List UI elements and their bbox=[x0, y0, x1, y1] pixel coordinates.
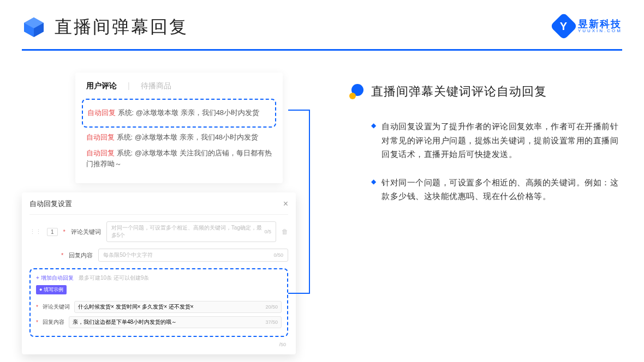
content-input[interactable]: 每条限50个中文字符 0/50 bbox=[98, 249, 288, 262]
diamond-icon: ◆ bbox=[371, 122, 376, 161]
add-auto-reply-link[interactable]: + 增加自动回复 bbox=[36, 275, 74, 281]
logo-en: YUUXIN.COM bbox=[578, 29, 622, 33]
comment-text: 系统: @冰墩墩本墩 亲亲，我们48小时内发货 bbox=[116, 108, 259, 117]
add-hint: 最多可建10条 还可以创建9条 bbox=[79, 275, 149, 281]
keyword-label: 评论关键词 bbox=[71, 228, 101, 236]
bubble-icon bbox=[349, 84, 365, 99]
auto-reply-settings-card: 自动回复设置 × ⋮⋮ 1 * 评论关键词 对同一个问题，可设置多个相近、高频的… bbox=[22, 192, 296, 354]
example-content-input[interactable]: 亲，我们这边都是下单48小时内发货的哦～ 37/50 bbox=[69, 316, 282, 328]
bullet-2-text: 针对同一个问题，可设置多个相近的、高频的关键词。例如：这款多少钱、这块能优惠吗、… bbox=[381, 176, 622, 203]
content-label: 回复内容 bbox=[69, 251, 93, 260]
example-keyword-input[interactable]: 什么时候发货× 发货时间× 多久发货× 还不发货× 20/50 bbox=[74, 301, 282, 313]
ex-content-text: 亲，我们这边都是下单48小时内发货的哦～ bbox=[73, 318, 177, 326]
logo-icon: Y bbox=[550, 13, 577, 40]
keyword-counter: 0/5 bbox=[264, 229, 271, 234]
right-heading: 直播间弹幕关键词评论自动回复 bbox=[349, 83, 622, 100]
auto-reply-tag: 自动回复 bbox=[87, 108, 116, 117]
ex-keyword-tags: 什么时候发货× 发货时间× 多久发货× 还不发货× bbox=[78, 303, 194, 311]
right-description: 直播间弹幕关键词评论自动回复 ◆ 自动回复设置为了提升作者的评论回复效率，作者可… bbox=[349, 73, 622, 218]
page-title: 直播间弹幕回复 bbox=[55, 15, 188, 39]
keyword-input[interactable]: 对同一个问题，可设置多个相近、高频的关键词，Tag确定，最多5个 0/5 bbox=[106, 221, 276, 242]
auto-reply-tag: 自动回复 bbox=[86, 133, 115, 141]
settings-title: 自动回复设置 bbox=[29, 199, 72, 209]
tab-divider: | bbox=[128, 81, 130, 91]
tab-pending-goods[interactable]: 待播商品 bbox=[141, 81, 171, 91]
right-heading-text: 直播间弹幕关键词评论自动回复 bbox=[371, 83, 547, 100]
logo-cn: 昱新科技 bbox=[578, 19, 622, 29]
drag-icon[interactable]: ⋮⋮ bbox=[29, 228, 41, 236]
example-keyword-row: * 评论关键词 什么时候发货× 发货时间× 多久发货× 还不发货× 20/50 bbox=[36, 301, 282, 313]
left-screenshots: 用户评论 | 待播商品 自动回复 系统: @冰墩墩本墩 亲亲，我们48小时内发货… bbox=[22, 73, 327, 218]
bullet-1-text: 自动回复设置为了提升作者的评论回复效率，作者可在开播前针对常见的评论用户问题，提… bbox=[381, 119, 622, 161]
required-icon: * bbox=[36, 319, 38, 325]
content-counter: 0/50 bbox=[273, 252, 283, 258]
ex-content-label: 回复内容 bbox=[43, 318, 64, 326]
settings-row-content: * 回复内容 每条限50个中文字符 0/50 bbox=[29, 249, 288, 262]
close-icon[interactable]: × bbox=[283, 199, 288, 209]
comment-item: 自动回复 系统: @冰墩墩本墩 关注我们的店铺，每日都有热门推荐呦～ bbox=[86, 148, 272, 171]
required-icon: * bbox=[36, 304, 38, 310]
bottom-counter: /50 bbox=[279, 342, 286, 347]
keyword-placeholder: 对同一个问题，可设置多个相近、高频的关键词，Tag确定，最多5个 bbox=[111, 224, 265, 239]
brand-logo: Y 昱新科技 YUUXIN.COM bbox=[554, 16, 622, 36]
comment-tabs: 用户评论 | 待播商品 bbox=[86, 81, 272, 91]
settings-header: 自动回复设置 × bbox=[29, 199, 288, 215]
bullet-2: ◆ 针对同一个问题，可设置多个相近的、高频的关键词。例如：这款多少钱、这块能优惠… bbox=[349, 176, 622, 203]
example-highlight: + 增加自动回复 最多可建10条 还可以创建9条 ● 填写示例 * 评论关键词 … bbox=[29, 268, 288, 337]
auto-reply-tag: 自动回复 bbox=[86, 149, 115, 157]
ex-keyword-counter: 20/50 bbox=[265, 304, 278, 310]
tab-user-comments[interactable]: 用户评论 bbox=[86, 81, 117, 91]
content-placeholder: 每条限50个中文字符 bbox=[103, 251, 153, 259]
logo-text: 昱新科技 YUUXIN.COM bbox=[578, 19, 622, 33]
comment-highlight: 自动回复 系统: @冰墩墩本墩 亲亲，我们48小时内发货 bbox=[82, 99, 276, 128]
ex-keyword-label: 评论关键词 bbox=[43, 303, 70, 311]
comments-card: 用户评论 | 待播商品 自动回复 系统: @冰墩墩本墩 亲亲，我们48小时内发货… bbox=[75, 73, 283, 183]
slide-header: 直播间弹幕回复 Y 昱新科技 YUUXIN.COM bbox=[0, 0, 644, 49]
cube-icon bbox=[22, 15, 46, 39]
add-auto-reply-row: + 增加自动回复 最多可建10条 还可以创建9条 bbox=[36, 274, 282, 282]
diamond-icon: ◆ bbox=[371, 178, 376, 203]
required-icon: * bbox=[61, 252, 63, 258]
comment-text: 系统: @冰墩墩本墩 亲亲，我们48小时内发货 bbox=[115, 133, 258, 141]
trash-icon[interactable]: 🗑 bbox=[282, 228, 288, 236]
comment-item: 自动回复 系统: @冰墩墩本墩 亲亲，我们48小时内发货 bbox=[87, 107, 271, 119]
ex-content-counter: 37/50 bbox=[265, 319, 278, 325]
bottom-counter-row: /50 bbox=[29, 337, 288, 348]
bullet-1: ◆ 自动回复设置为了提升作者的评论回复效率，作者可在开播前针对常见的评论用户问题… bbox=[349, 119, 622, 161]
settings-row-keyword: ⋮⋮ 1 * 评论关键词 对同一个问题，可设置多个相近、高频的关键词，Tag确定… bbox=[29, 221, 288, 242]
required-icon: * bbox=[63, 228, 65, 235]
comment-item: 自动回复 系统: @冰墩墩本墩 亲亲，我们48小时内发货 bbox=[86, 132, 272, 143]
connector-line bbox=[288, 110, 310, 294]
row-number: 1 bbox=[47, 228, 58, 236]
example-badge: ● 填写示例 bbox=[36, 285, 67, 294]
example-content-row: * 回复内容 亲，我们这边都是下单48小时内发货的哦～ 37/50 bbox=[36, 316, 282, 328]
